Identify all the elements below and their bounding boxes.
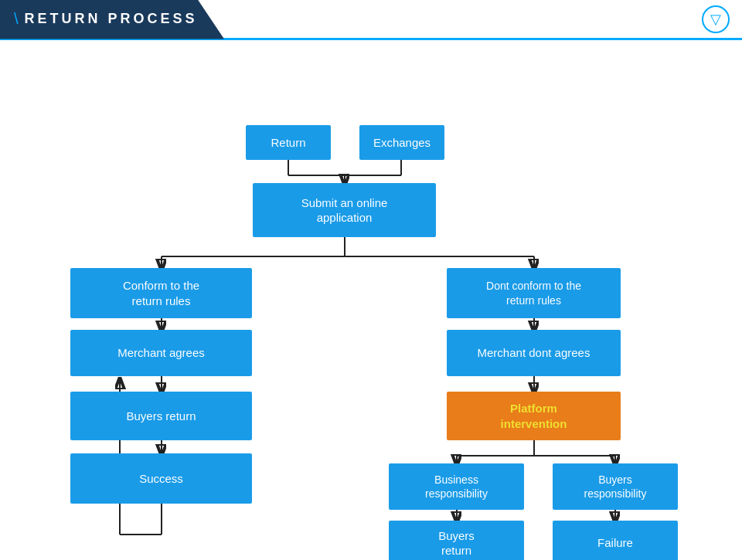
- submit-box: Submit an online application: [253, 183, 436, 237]
- success-box: Success: [70, 453, 252, 504]
- flowchart: Return Exchanges Submit an online applic…: [0, 40, 742, 560]
- backslash-icon: \: [14, 10, 19, 28]
- buyers-resp-box: Buyers responsibility: [553, 463, 678, 510]
- business-resp-box: Business responsibility: [389, 463, 524, 510]
- merchant-dont-box: Merchant dont agrees: [447, 330, 621, 376]
- buyers-return-left-box: Buyers return: [70, 392, 252, 440]
- down-triangle-icon: ▽: [710, 11, 721, 28]
- return-box: Return: [246, 125, 331, 160]
- platform-box: Platform intervention: [447, 392, 621, 440]
- header-title: RETURN PROCESS: [25, 11, 198, 27]
- header-icon-circle[interactable]: ▽: [702, 5, 730, 33]
- buyers-return-right-box: Buyers return: [389, 521, 524, 560]
- dont-conform-box: Dont conform to the return rules: [447, 268, 621, 318]
- conform-box: Conform to the return rules: [70, 268, 252, 318]
- failure-box: Failure: [553, 521, 678, 560]
- exchanges-box: Exchanges: [359, 125, 444, 160]
- header: \ RETURN PROCESS ▽: [0, 0, 742, 40]
- merchant-agrees-box: Merchant agrees: [70, 330, 252, 376]
